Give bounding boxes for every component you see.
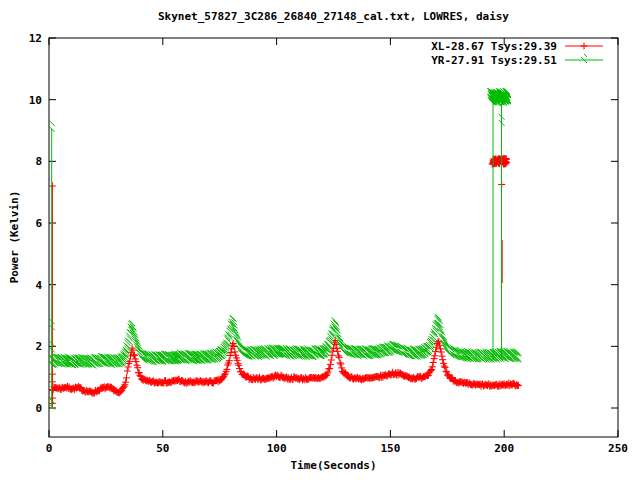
legend: XL-28.67 Tsys:29.39 YR-27.91 Tsys:29.51 xyxy=(431,39,604,67)
x-tick-label: 150 xyxy=(380,442,400,455)
axis-ticks xyxy=(49,38,618,437)
y-tick-label: 4 xyxy=(35,279,42,292)
y-axis-label: Power (Kelvin) xyxy=(8,191,21,284)
x-tick-label: 200 xyxy=(494,442,514,455)
series-xl-points xyxy=(49,155,522,407)
legend-label-yr: YR-27.91 Tsys:29.51 xyxy=(431,54,557,67)
legend-entry-yr: YR-27.91 Tsys:29.51 xyxy=(431,53,604,67)
chart-title: Skynet_57827_3C286_26840_27148_cal.txt, … xyxy=(49,10,618,23)
legend-sample-xl-icon xyxy=(564,40,604,52)
x-tick-label: 250 xyxy=(608,442,628,455)
x-tick-label: 0 xyxy=(46,442,53,455)
legend-sample-yr-icon xyxy=(564,54,604,66)
x-tick-label: 100 xyxy=(267,442,287,455)
plot-svg: 050100150200250024681012 xyxy=(0,0,640,480)
y-tick-label: 8 xyxy=(35,155,42,168)
x-tick-label: 50 xyxy=(156,442,169,455)
legend-entry-xl: XL-28.67 Tsys:29.39 xyxy=(431,39,604,53)
y-tick-label: 2 xyxy=(35,340,42,353)
y-tick-label: 10 xyxy=(29,94,42,107)
plot-frame xyxy=(49,38,618,437)
chart-screen: 050100150200250024681012 Skynet_57827_3C… xyxy=(0,0,640,480)
x-axis-label: Time(Seconds) xyxy=(49,459,618,472)
legend-label-xl: XL-28.67 Tsys:29.39 xyxy=(431,40,557,53)
y-tick-label: 6 xyxy=(35,217,42,230)
y-tick-label: 12 xyxy=(29,32,42,45)
series-yr-points xyxy=(49,88,522,410)
y-tick-label: 0 xyxy=(35,402,42,415)
